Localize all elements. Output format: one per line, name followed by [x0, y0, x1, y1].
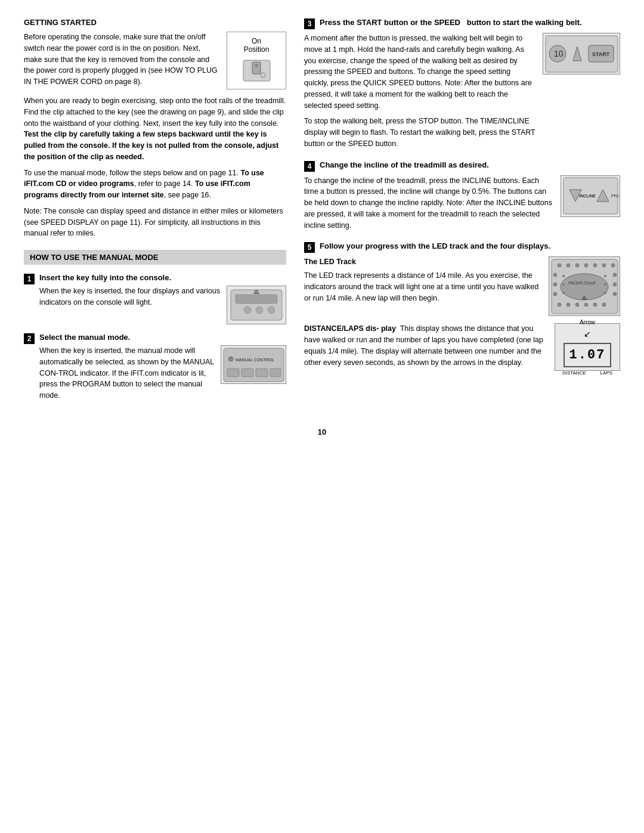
step-2-number: 2 [24, 333, 35, 344]
step-1: 1 Insert the key fully into the console.… [24, 273, 286, 324]
distance-title: DISTANCE/LAPS dis- [304, 324, 379, 333]
svg-point-33 [584, 264, 588, 267]
led-track-description: The LED track represents a distance of 1… [304, 270, 541, 304]
getting-started-title: GETTING STARTED [24, 18, 286, 27]
svg-rect-14 [227, 368, 239, 377]
svg-rect-17 [270, 368, 281, 377]
step-1-number: 1 [24, 274, 35, 284]
step-4-text: To change the incline of the treadmill, … [304, 175, 553, 231]
svg-rect-5 [236, 295, 277, 304]
svg-point-39 [553, 292, 557, 296]
distance-play: play [381, 324, 396, 333]
incline-buttons-svg: INCLINE PRO [562, 176, 619, 215]
step-3: 3 Press the START button or the SPEED bu… [304, 18, 620, 150]
svg-point-42 [613, 292, 617, 296]
switch-svg [240, 57, 273, 84]
svg-point-34 [593, 264, 597, 267]
step-2-text: When the key is inserted, the manual mod… [39, 345, 215, 401]
svg-text:10: 10 [554, 49, 564, 58]
step-3-text: A moment after the button is pressed, th… [304, 33, 535, 150]
display-labels: DISTANCE LAPS [555, 370, 620, 377]
svg-point-45 [575, 303, 579, 306]
speed-buttons-image: 10 START [543, 33, 620, 75]
svg-point-36 [611, 264, 615, 267]
svg-rect-4 [231, 290, 282, 320]
arrow-icon: ↙ [584, 328, 591, 340]
step-3-number: 3 [304, 18, 315, 29]
svg-text:PRO: PRO [611, 194, 619, 198]
svg-point-7 [256, 306, 263, 314]
step-1-title: Insert the key fully into the console. [39, 273, 286, 282]
svg-point-44 [566, 303, 570, 306]
on-position-box: OnPosition [227, 32, 286, 89]
speed-buttons-svg: 10 START [544, 35, 619, 73]
arrow-label: Arrow [580, 318, 595, 327]
left-column: GETTING STARTED Before operating the con… [24, 18, 286, 410]
svg-rect-16 [256, 368, 268, 377]
svg-text:PACER.Circuit: PACER.Circuit [568, 281, 596, 285]
svg-point-54 [604, 275, 606, 277]
svg-point-32 [575, 264, 579, 267]
laps-label: LAPS [600, 370, 612, 377]
svg-point-8 [268, 306, 275, 314]
page-number: 10 [24, 428, 620, 436]
step-2-title: Select the manual mode. [39, 333, 286, 342]
distance-text: DISTANCE/LAPS dis- play This display sho… [304, 323, 547, 370]
step-5-number: 5 [304, 242, 315, 253]
svg-point-37 [553, 273, 557, 277]
svg-point-40 [613, 273, 617, 277]
step-4-number: 4 [304, 161, 315, 172]
console-svg-1 [230, 289, 283, 321]
distance-section: DISTANCE/LAPS dis- play This display sho… [304, 323, 620, 371]
svg-point-38 [553, 283, 557, 286]
svg-point-41 [613, 283, 617, 286]
step-1-content: Insert the key fully into the console. W… [39, 273, 286, 324]
incline-buttons-image: INCLINE PRO [561, 175, 620, 217]
step-4-title: Change the incline of the treadmill as d… [320, 160, 489, 169]
step-1-text: When the key is inserted, the four displ… [39, 286, 221, 308]
step-2-content: Select the manual mode. When the key is … [39, 333, 286, 401]
how-to-section-header: HOW TO USE THE MANUAL MODE [24, 250, 286, 265]
step-3-title: Press the START button or the SPEED butt… [320, 18, 582, 27]
svg-point-2 [255, 64, 258, 67]
svg-point-3 [261, 73, 265, 78]
step-5-title: Follow your progress with the LED track … [320, 241, 550, 250]
switch-illustration [233, 56, 280, 84]
getting-started-para3: To use the manual mode, follow the steps… [24, 168, 286, 201]
svg-point-48 [602, 303, 606, 306]
step-2: 2 Select the manual mode. When the key i… [24, 333, 286, 401]
step-5-body: The LED Track The LED track represents a… [304, 256, 620, 371]
svg-point-6 [244, 306, 251, 314]
console-image-2: MANUAL CONTROL [221, 345, 286, 384]
console-svg-2: MANUAL CONTROL [222, 347, 285, 383]
svg-point-56 [604, 292, 606, 294]
distance-display-image: Arrow ↙ 1.07 DISTANCE LAPS [555, 323, 620, 371]
led-track-text: The LED Track The LED track represents a… [304, 256, 541, 304]
getting-started-section: GETTING STARTED Before operating the con… [24, 18, 286, 239]
svg-point-30 [558, 264, 561, 267]
svg-text:START: START [592, 51, 610, 57]
on-position-label: OnPosition [233, 37, 280, 54]
svg-text:MANUAL CONTROL: MANUAL CONTROL [236, 358, 274, 362]
svg-point-52 [562, 283, 565, 286]
right-column: 3 Press the START button or the SPEED bu… [304, 18, 620, 410]
svg-text:INCLINE: INCLINE [579, 194, 596, 198]
svg-point-31 [566, 264, 570, 267]
svg-point-46 [584, 303, 588, 306]
step-4: 4 Change the incline of the treadmill as… [304, 160, 620, 231]
console-image-1 [227, 286, 286, 324]
getting-started-para2: When you are ready to begin exercising, … [24, 95, 286, 163]
svg-point-10 [255, 290, 258, 293]
pacer-circuit-svg: PACER.Circuit [550, 258, 619, 315]
svg-point-47 [593, 303, 597, 306]
svg-point-35 [602, 264, 606, 267]
svg-point-53 [562, 292, 565, 294]
svg-rect-15 [242, 368, 253, 377]
distance-label: DISTANCE [562, 370, 586, 377]
led-track-section: The LED Track The LED track represents a… [304, 256, 620, 316]
led-track-image: PACER.Circuit [549, 256, 620, 316]
svg-point-55 [604, 283, 606, 286]
getting-started-para4: Note: The console can display speed and … [24, 206, 286, 239]
display-number: 1.07 [564, 343, 612, 367]
getting-started-para1: Before operating the console, make sure … [24, 32, 219, 88]
